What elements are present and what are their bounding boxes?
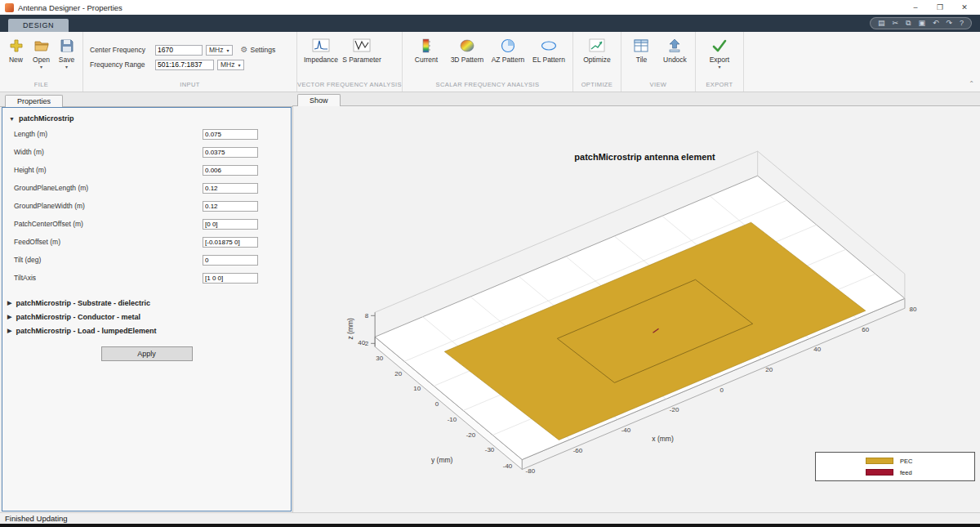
maximize-button[interactable]: ❐	[928, 3, 952, 11]
impedance-button[interactable]: Impedance	[301, 33, 341, 81]
pattern-3d-label: 3D Pattern	[451, 56, 484, 64]
tab-design[interactable]: DESIGN	[8, 19, 69, 32]
paste-icon[interactable]: ▣	[918, 20, 925, 27]
triangle-down-icon: ▼	[9, 116, 15, 122]
status-bar: Finished Updating	[0, 512, 980, 524]
tiltaxis-input[interactable]	[203, 273, 258, 284]
property-row: GroundPlaneWidth (m)	[2, 197, 291, 215]
save-button[interactable]: Save ▾	[54, 33, 79, 81]
frequency-range-row: Frequency Range MHz ▾	[90, 60, 288, 70]
matlab-app-icon	[5, 3, 14, 12]
property-row: Length (m)	[2, 125, 291, 143]
tab-properties[interactable]: Properties	[5, 95, 63, 107]
groundplanewidth-label: GroundPlaneWidth (m)	[14, 202, 85, 210]
settings-button[interactable]: ⚙ Settings	[241, 46, 276, 54]
svg-text:20: 20	[394, 371, 402, 378]
groundplanewidth-input[interactable]	[203, 201, 258, 212]
current-button[interactable]: Current	[406, 33, 447, 81]
optimize-button[interactable]: Optimize	[577, 33, 617, 81]
conductor-section-title: patchMicrostrip - Conductor - metal	[16, 313, 140, 321]
width-input[interactable]	[203, 147, 258, 158]
height-input[interactable]	[203, 165, 258, 176]
new-button[interactable]: New	[3, 33, 29, 81]
toolstrip: New Open ▾ Save ▾ FILE Center Frequency	[0, 32, 980, 92]
export-button[interactable]: Export ▾	[699, 33, 740, 81]
export-label: Export	[710, 56, 730, 64]
svg-text:-10: -10	[448, 417, 457, 424]
toolstrip-spacer	[744, 32, 980, 92]
az-pattern-polar-icon	[500, 38, 516, 54]
pattern-3d-button[interactable]: 3D Pattern	[447, 33, 488, 81]
status-text: Finished Updating	[5, 514, 68, 523]
cut-icon[interactable]: ✂	[892, 20, 898, 27]
groundplanelength-label: GroundPlaneLength (m)	[14, 184, 88, 192]
figure-panel: Show patchMicrostrip antenna element	[292, 92, 980, 512]
settings-label: Settings	[250, 46, 275, 54]
tab-show[interactable]: Show	[297, 94, 341, 106]
section-header-load[interactable]: ▶ patchMicrostrip - Load - lumpedElement	[7, 327, 291, 335]
length-label: Length (m)	[14, 130, 47, 138]
dropdown-arrow-icon: ▾	[65, 65, 68, 69]
save-icon[interactable]: ▤	[878, 20, 885, 27]
svg-text:-20: -20	[466, 432, 476, 440]
groundplanelength-input[interactable]	[203, 183, 258, 194]
pattern-3d-icon	[459, 38, 475, 54]
close-button[interactable]: ✕	[952, 3, 977, 11]
ribbon-tab-strip: DESIGN ▤ ✂ ⧉ ▣ ↶ ↷ ?	[0, 15, 980, 32]
input-section-label: INPUT	[83, 81, 296, 92]
az-pattern-button[interactable]: AZ Pattern	[488, 33, 528, 81]
center-frequency-input[interactable]	[155, 45, 203, 56]
help-icon[interactable]: ?	[960, 20, 964, 27]
z-axis	[371, 313, 375, 347]
svg-text:0: 0	[435, 401, 439, 409]
properties-tab-bar: Properties	[0, 92, 292, 107]
svg-text:40: 40	[813, 346, 821, 354]
el-pattern-button[interactable]: EL Pattern	[528, 33, 569, 81]
redo-icon[interactable]: ↷	[946, 20, 952, 27]
copy-icon[interactable]: ⧉	[906, 20, 911, 27]
s-parameter-label: S Parameter	[342, 56, 381, 64]
tile-label: Tile	[636, 56, 647, 64]
center-frequency-unit-select[interactable]: MHz ▾	[206, 45, 233, 56]
impedance-plot-icon	[312, 38, 330, 54]
undock-label: Undock	[663, 56, 687, 64]
svg-text:0: 0	[719, 387, 724, 395]
frequency-range-unit-select[interactable]: MHz ▾	[217, 60, 244, 70]
frequency-range-input[interactable]	[155, 60, 214, 70]
file-section: New Open ▾ Save ▾ FILE	[0, 32, 83, 92]
length-input[interactable]	[203, 129, 258, 140]
patchcenteroffset-input[interactable]	[203, 219, 258, 230]
optimize-section: Optimize OPTIMIZE	[573, 32, 621, 92]
triangle-right-icon: ▶	[7, 328, 11, 334]
s-parameter-button[interactable]: S Parameter	[341, 33, 382, 81]
svg-text:-80: -80	[526, 467, 536, 475]
section-header-substrate[interactable]: ▶ patchMicrostrip - Substrate - dielectr…	[7, 299, 291, 307]
feedoffset-label: FeedOffset (m)	[14, 238, 60, 246]
titlebar: Antenna Designer - Properties – ❐ ✕	[0, 0, 980, 15]
patchcenteroffset-label: PatchCenterOffset (m)	[14, 220, 83, 228]
undo-icon[interactable]: ↶	[933, 20, 939, 27]
new-plus-icon	[8, 38, 24, 54]
collapse-toolstrip-icon[interactable]: ⌃	[969, 80, 974, 87]
svg-text:-60: -60	[573, 448, 583, 455]
chevron-down-icon: ▾	[238, 62, 240, 68]
s-parameter-plot-icon	[353, 38, 371, 54]
open-button[interactable]: Open ▾	[29, 33, 54, 81]
svg-text:8: 8	[365, 313, 369, 320]
center-frequency-row: Center Frequency MHz ▾ ⚙ Settings	[90, 45, 288, 56]
property-row: GroundPlaneLength (m)	[2, 179, 291, 197]
input-section: Center Frequency MHz ▾ ⚙ Settings Freque…	[83, 32, 297, 92]
feedoffset-input[interactable]	[203, 237, 258, 248]
section-header-patchmicrostrip[interactable]: ▼ patchMicrostrip	[9, 114, 291, 123]
minimize-button[interactable]: –	[903, 3, 928, 11]
property-row: Width (m)	[2, 143, 291, 161]
impedance-label: Impedance	[304, 56, 338, 64]
properties-panel: Properties ▼ patchMicrostrip Length (m) …	[0, 92, 292, 512]
tilt-input[interactable]	[203, 255, 258, 266]
tile-button[interactable]: Tile	[625, 33, 658, 81]
optimize-label: Optimize	[583, 56, 611, 64]
height-label: Height (m)	[14, 166, 47, 174]
apply-button[interactable]: Apply	[101, 346, 193, 361]
undock-button[interactable]: Undock	[658, 33, 692, 81]
section-header-conductor[interactable]: ▶ patchMicrostrip - Conductor - metal	[7, 313, 291, 321]
